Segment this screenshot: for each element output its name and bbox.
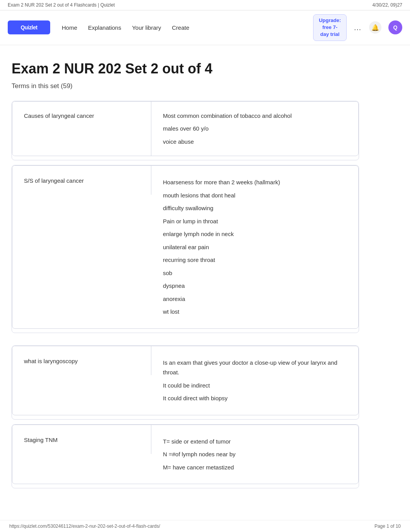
create-link[interactable]: Create [172,24,189,31]
card-2-definition: Hoarseness for more than 2 weeks (hallma… [151,166,358,328]
date-time: 4/30/22, 09)27 [373,2,402,8]
main-content: Exam 2 NUR 202 Set 2 out of 4 Terms in t… [0,45,371,509]
avatar[interactable]: Q [388,20,402,34]
card-3-definition: Is an exam that gives your doctor a clos… [151,346,358,415]
explanations-link[interactable]: Explanations [88,24,121,31]
page-footer: https://quizlet.com/530246112/exam-2-nur… [0,520,410,532]
navbar-right: Upgrade:free 7-day trial … 🔔 Q [313,14,402,41]
card-4-definition: T= side or extend of tumor N =#of lymph … [151,425,358,484]
your-library-link[interactable]: Your library [132,24,161,31]
footer-url: https://quizlet.com/530246112/exam-2-nur… [9,524,160,529]
card-2-term: S/S of laryngeal cancer [12,166,151,195]
flashcard-row: Staging TNM T= side or extend of tumor N… [12,424,359,489]
upgrade-button[interactable]: Upgrade:free 7-day trial [313,14,347,41]
card-2: S/S of laryngeal cancer Hoarseness for m… [12,165,359,329]
top-bar: Exam 2 NUR 202 Set 2 out of 4 Flashcards… [0,0,410,10]
flashcard-row: S/S of laryngeal cancer Hoarseness for m… [12,165,359,333]
card-4: Staging TNM T= side or extend of tumor N… [12,425,359,484]
page-info: Page 1 of 10 [374,524,401,529]
navbar: Quizlet Home Explanations Your library C… [0,10,410,45]
card-3: what is laryngoscopy Is an exam that giv… [12,346,359,415]
card-1: Causes of laryngeal cancer Most common c… [12,101,359,156]
terms-count: Terms in this set (59) [12,82,359,90]
more-options-button[interactable]: … [354,23,362,32]
quizlet-logo[interactable]: Quizlet [8,20,50,34]
flashcard-row: what is laryngoscopy Is an exam that giv… [12,345,359,420]
card-3-term: what is laryngoscopy [12,346,151,375]
page-title: Exam 2 NUR 202 Set 2 out of 4 [12,61,359,77]
flashcard-row: Causes of laryngeal cancer Most common c… [12,101,359,161]
tab-title: Exam 2 NUR 202 Set 2 out of 4 Flashcards… [8,2,115,8]
spacer [12,338,359,345]
home-link[interactable]: Home [62,24,77,31]
card-1-term: Causes of laryngeal cancer [12,102,151,156]
card-1-definition: Most common combination of tobacco and a… [151,102,358,156]
notifications-button[interactable]: 🔔 [369,21,381,34]
card-4-term: Staging TNM [12,425,151,454]
nav-links: Home Explanations Your library Create [62,24,189,31]
